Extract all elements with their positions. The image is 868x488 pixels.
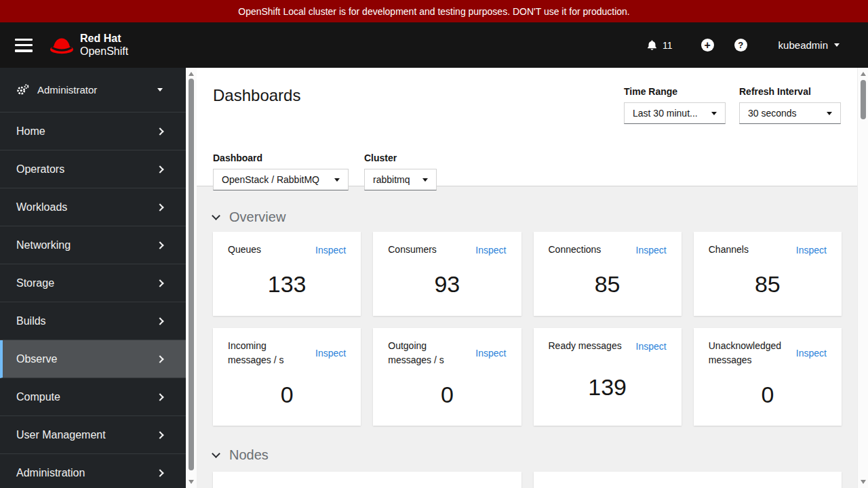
add-plus-circle-icon[interactable]: + xyxy=(701,39,714,52)
sidebar-scrollbar[interactable] xyxy=(186,68,197,488)
dashboard-body: Overview Queues Inspect 133 Consumers In… xyxy=(197,209,857,488)
nav-label: Operators xyxy=(16,163,64,176)
card-value: 93 xyxy=(373,257,521,316)
caret-down-icon xyxy=(157,88,163,92)
sidebar-item-administration[interactable]: Administration xyxy=(0,454,186,488)
scroll-up-arrow-icon[interactable] xyxy=(189,72,194,76)
inspect-link[interactable]: Inspect xyxy=(315,348,346,359)
consumers-card: Consumers Inspect 93 xyxy=(373,232,521,316)
dashboard-value: OpenStack / RabbitMQ xyxy=(222,174,319,185)
notifications-button[interactable]: 11 xyxy=(646,39,673,51)
card-title: Incoming messages / s xyxy=(228,339,308,367)
nodes-section-toggle[interactable]: Nodes xyxy=(213,447,842,463)
nodes-card-placeholder xyxy=(213,472,521,488)
sidebar-item-home[interactable]: Home xyxy=(0,113,186,150)
incoming-messages-card: Incoming messages / s Inspect 0 xyxy=(213,328,361,426)
inspect-link[interactable]: Inspect xyxy=(796,245,827,256)
sidebar-item-workloads[interactable]: Workloads xyxy=(0,188,186,226)
dashboard-select-group: Dashboard OpenStack / RabbitMQ xyxy=(213,152,349,190)
perspective-switcher[interactable]: Administrator xyxy=(0,68,186,113)
card-title: Ready messages xyxy=(549,339,622,353)
scrollbar-thumb[interactable] xyxy=(189,79,194,470)
card-value: 0 xyxy=(373,367,521,426)
inspect-link[interactable]: Inspect xyxy=(636,245,667,256)
angle-down-icon xyxy=(212,211,220,220)
angle-right-icon xyxy=(156,241,163,249)
overview-section-title: Overview xyxy=(229,209,285,225)
cluster-value: rabbitmq xyxy=(373,174,410,185)
overview-cards-row2: Incoming messages / s Inspect 0 Outgoing… xyxy=(213,328,842,426)
user-menu[interactable]: kubeadmin xyxy=(778,39,840,51)
angle-right-icon xyxy=(156,279,163,287)
sidebar-item-networking[interactable]: Networking xyxy=(0,226,186,264)
brand-line2: OpenShift xyxy=(80,45,128,58)
time-range-label: Time Range xyxy=(624,86,726,97)
nav-label: Builds xyxy=(16,315,46,327)
inspect-link[interactable]: Inspect xyxy=(315,245,346,256)
sidebar-item-user-management[interactable]: User Management xyxy=(0,416,186,454)
username: kubeadmin xyxy=(778,39,828,51)
scroll-down-arrow-icon[interactable] xyxy=(861,480,866,484)
sidebar-item-observe[interactable]: Observe xyxy=(0,340,186,378)
time-range-select[interactable]: Last 30 minut... xyxy=(624,102,726,124)
sidebar-item-operators[interactable]: Operators xyxy=(0,150,186,188)
channels-card: Channels Inspect 85 xyxy=(694,232,842,316)
overview-section-toggle[interactable]: Overview xyxy=(213,209,842,225)
card-title: Outgoing messages / s xyxy=(388,339,468,367)
caret-down-icon xyxy=(711,112,717,115)
redhat-fedora-icon xyxy=(49,36,75,55)
card-title: Channels xyxy=(709,243,749,257)
card-title: Consumers xyxy=(388,243,437,257)
angle-down-icon xyxy=(212,449,220,458)
inspect-link[interactable]: Inspect xyxy=(636,341,667,352)
nav-label: Networking xyxy=(16,239,71,251)
refresh-interval-group: Refresh Interval 30 seconds xyxy=(739,86,841,124)
angle-right-icon xyxy=(156,431,163,439)
notification-banner: OpenShift Local cluster is for developme… xyxy=(0,0,868,22)
nav-label: Observe xyxy=(16,353,57,365)
main-content: Dashboards Time Range Last 30 minut... R… xyxy=(197,68,857,488)
angle-right-icon xyxy=(156,355,163,363)
cluster-select[interactable]: rabbitmq xyxy=(364,169,437,190)
nodes-section-title: Nodes xyxy=(229,447,269,463)
sidebar-item-builds[interactable]: Builds xyxy=(0,302,186,340)
nav-label: Workloads xyxy=(16,201,67,214)
time-range-group: Time Range Last 30 minut... xyxy=(624,86,726,124)
dashboard-select[interactable]: OpenStack / RabbitMQ xyxy=(213,169,349,190)
card-title: Queues xyxy=(228,243,261,257)
inspect-link[interactable]: Inspect xyxy=(796,348,827,359)
scrollbar-thumb[interactable] xyxy=(861,80,866,119)
brand-line1: Red Hat xyxy=(80,33,128,45)
sidebar-nav: Administrator Home Operators Workloads N… xyxy=(0,68,186,488)
brand-logo[interactable]: Red Hat OpenShift xyxy=(49,33,128,58)
notification-count: 11 xyxy=(663,40,673,51)
cluster-select-group: Cluster rabbitmq xyxy=(364,152,437,190)
banner-text: OpenShift Local cluster is for developme… xyxy=(238,6,630,17)
unacknowledged-messages-card: Unacknowledged messages Inspect 0 xyxy=(694,328,842,426)
queues-card: Queues Inspect 133 xyxy=(213,232,361,316)
cogs-icon xyxy=(16,84,29,96)
content-scrollbar[interactable] xyxy=(857,68,868,488)
angle-right-icon xyxy=(156,393,163,401)
caret-down-icon xyxy=(834,43,840,47)
sidebar-item-storage[interactable]: Storage xyxy=(0,264,186,302)
connections-card: Connections Inspect 85 xyxy=(534,232,682,316)
hamburger-menu-icon[interactable] xyxy=(15,39,33,52)
nodes-cards-row xyxy=(213,472,842,488)
masthead-actions: 11 + ? kubeadmin xyxy=(646,39,868,52)
nav-label: Administration xyxy=(16,467,85,479)
scroll-down-arrow-icon[interactable] xyxy=(189,480,194,484)
sidebar-item-compute[interactable]: Compute xyxy=(0,378,186,416)
nav-label: Compute xyxy=(16,391,60,403)
inspect-link[interactable]: Inspect xyxy=(475,348,506,359)
angle-right-icon xyxy=(156,469,163,476)
scroll-up-arrow-icon[interactable] xyxy=(861,72,866,76)
overview-cards-row1: Queues Inspect 133 Consumers Inspect 93 … xyxy=(213,232,842,316)
card-value: 139 xyxy=(534,353,682,426)
masthead: Red Hat OpenShift 11 + ? kubeadmin xyxy=(0,22,868,68)
help-question-circle-icon[interactable]: ? xyxy=(734,39,747,52)
refresh-interval-select[interactable]: 30 seconds xyxy=(739,102,841,124)
nav-label: Home xyxy=(16,125,45,138)
inspect-link[interactable]: Inspect xyxy=(475,245,506,256)
nav-label: User Management xyxy=(16,429,106,441)
